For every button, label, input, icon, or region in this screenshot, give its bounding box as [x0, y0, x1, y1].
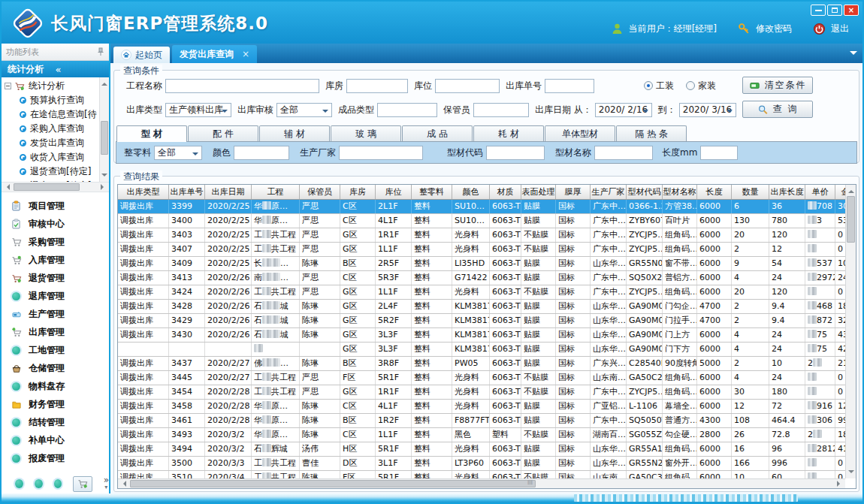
table-cell[interactable]: 36 — [769, 200, 805, 213]
table-cell[interactable]: 光身料 — [452, 228, 490, 242]
table-cell[interactable]: 2 — [805, 357, 835, 370]
table-cell[interactable]: 6063-T5 — [490, 214, 521, 228]
table-cell[interactable]: 光身料 — [452, 400, 490, 413]
table-cell[interactable]: 1R2F — [376, 414, 412, 427]
table-cell[interactable]: 国标 — [556, 385, 591, 399]
warehouse-input[interactable] — [346, 79, 408, 93]
table-cell[interactable]: 严思 — [300, 371, 340, 385]
table-cell[interactable]: 广东中… — [591, 271, 627, 285]
table-cell[interactable]: 6063-T5 — [490, 200, 521, 213]
table-cell[interactable]: 华原… — [252, 214, 300, 228]
table-cell[interactable]: 6063-T5 — [490, 457, 521, 470]
audit-select[interactable]: 全部 — [276, 103, 332, 117]
maximize-button[interactable] — [827, 5, 842, 16]
table-cell[interactable]: 山东南… — [591, 371, 627, 385]
table-cell[interactable]: 10 — [769, 357, 805, 370]
sidebar-item-退库管理[interactable]: 退库管理 — [2, 287, 109, 305]
table-cell[interactable]: 调拨出库 — [118, 328, 169, 342]
tree-item[interactable]: 在途信息查询[待 — [2, 107, 99, 122]
table-cell[interactable]: 国标 — [556, 442, 591, 456]
table-cell[interactable]: C区 — [340, 214, 376, 228]
sidebar-item-结转管理[interactable]: 结转管理 — [2, 413, 109, 431]
table-cell[interactable]: 0 — [835, 457, 845, 470]
table-cell[interactable]: 调拨出库 — [118, 243, 169, 256]
table-cell[interactable]: 严思 — [300, 243, 340, 256]
table-cell[interactable]: PW05 — [452, 357, 490, 370]
table-cell[interactable]: 贴膜 — [521, 343, 556, 356]
table-cell[interactable]: 75 — [805, 328, 835, 342]
column-header[interactable]: 整零料 — [412, 185, 452, 199]
table-cell[interactable]: 贴膜 — [521, 357, 556, 370]
table-cell[interactable]: 2812 — [805, 442, 835, 456]
table-cell[interactable]: 2R5F — [376, 257, 412, 270]
column-header[interactable]: 库位 — [376, 185, 412, 199]
table-cell[interactable]: ZYCJP5… — [627, 385, 663, 399]
table-cell[interactable]: 华原… — [252, 400, 300, 413]
table-cell[interactable]: 12 — [769, 243, 805, 256]
table-cell[interactable]: 不贴膜 — [521, 285, 556, 299]
table-cell[interactable]: GA90M08… — [627, 328, 663, 342]
table-cell[interactable]: 国标 — [556, 200, 591, 213]
table-cell[interactable]: 106 — [835, 257, 845, 270]
table-cell[interactable]: G区 — [340, 300, 376, 313]
table-row[interactable]: 调拨出库34282020/2/26石城陈琳G区2L4F整料KLM38176063… — [118, 300, 845, 314]
table-cell[interactable]: 2020/2/25 — [205, 257, 252, 270]
table-cell[interactable]: 调拨出库 — [118, 314, 169, 327]
column-header[interactable]: 金 — [835, 185, 845, 199]
table-cell[interactable]: 国标 — [556, 328, 591, 342]
column-header[interactable]: 表面处理 — [521, 185, 556, 199]
table-cell[interactable]: 组角码… — [663, 442, 697, 456]
table-cell[interactable]: 6063-T5 — [490, 314, 521, 327]
table-cell[interactable]: 幕墙全… — [663, 400, 697, 413]
table-cell[interactable]: 调拨出库 — [118, 357, 169, 370]
table-cell[interactable]: 90度转角 — [663, 357, 697, 370]
table-cell[interactable]: 组角码… — [663, 371, 697, 385]
table-cell[interactable]: GR55N02 — [627, 257, 663, 270]
table-cell[interactable]: 整料 — [412, 428, 452, 442]
footer-dot-icon[interactable] — [54, 479, 62, 488]
table-cell[interactable]: 2972 — [805, 271, 835, 285]
table-cell[interactable]: 20 — [732, 228, 769, 242]
table-cell[interactable]: 3R8F — [376, 357, 412, 370]
change-password-link[interactable]: 修改密码 — [756, 23, 792, 35]
table-cell[interactable]: 贴膜 — [521, 214, 556, 228]
table-cell[interactable]: 严思 — [300, 214, 340, 228]
table-cell[interactable]: 陈琳 — [300, 428, 340, 442]
table-cell[interactable]: 996 — [769, 457, 805, 470]
column-header[interactable]: 保管员 — [300, 185, 340, 199]
table-cell[interactable]: 整料 — [412, 457, 452, 470]
table-cell[interactable]: 贴膜 — [521, 328, 556, 342]
table-row[interactable]: 调拨出库34612020/2/28华原…陈琳B区1R2F整料F8877FT606… — [118, 414, 845, 428]
table-cell[interactable]: 陈琳 — [300, 314, 340, 327]
table-cell[interactable]: 整料 — [412, 228, 452, 242]
column-header[interactable]: 出库类型 — [118, 185, 169, 199]
table-cell[interactable]: 华原… — [252, 414, 300, 427]
table-cell[interactable]: 调拨出库 — [118, 371, 169, 385]
table-cell[interactable]: 门下方 — [663, 343, 697, 356]
sidebar-item-补单中心[interactable]: 补单中心 — [2, 431, 109, 449]
table-cell[interactable]: 山东华… — [591, 314, 627, 327]
table-cell[interactable]: 6063-T5 — [490, 371, 521, 385]
sidebar-item-退货管理[interactable]: 退货管理 — [2, 269, 109, 287]
table-cell[interactable]: ZYBY607 — [627, 214, 663, 228]
table-cell[interactable]: 石城 — [252, 314, 300, 327]
table-cell[interactable]: 石城 — [252, 300, 300, 313]
table-cell[interactable]: 72 — [769, 400, 805, 413]
table-row[interactable]: 调拨出库34582020/2/28华原…陈琳C区4L1F整料光身料6063-T5… — [118, 400, 845, 414]
table-cell[interactable]: 国标 — [556, 343, 591, 356]
date-from-select[interactable]: 2020/ 2/16 — [595, 103, 652, 117]
table-cell[interactable]: 188 — [835, 300, 845, 313]
table-cell[interactable]: 整料 — [412, 414, 452, 427]
table-cell[interactable]: 调拨出库 — [118, 414, 169, 427]
column-header[interactable]: 长度 — [697, 185, 732, 199]
table-cell[interactable]: 2020/2/28 — [205, 400, 252, 413]
profile-name-input[interactable] — [594, 146, 653, 160]
table-cell[interactable]: GA90M09… — [627, 343, 663, 356]
table-cell[interactable]: 3428 — [169, 300, 205, 313]
pin-icon[interactable] — [97, 47, 104, 56]
table-cell[interactable]: 2020/2/27 — [205, 371, 252, 385]
table-cell[interactable] — [805, 371, 835, 385]
table-cell[interactable]: 严思 — [300, 200, 340, 213]
table-cell[interactable]: 方管38… — [663, 200, 697, 213]
table-cell[interactable]: 整料 — [412, 200, 452, 213]
